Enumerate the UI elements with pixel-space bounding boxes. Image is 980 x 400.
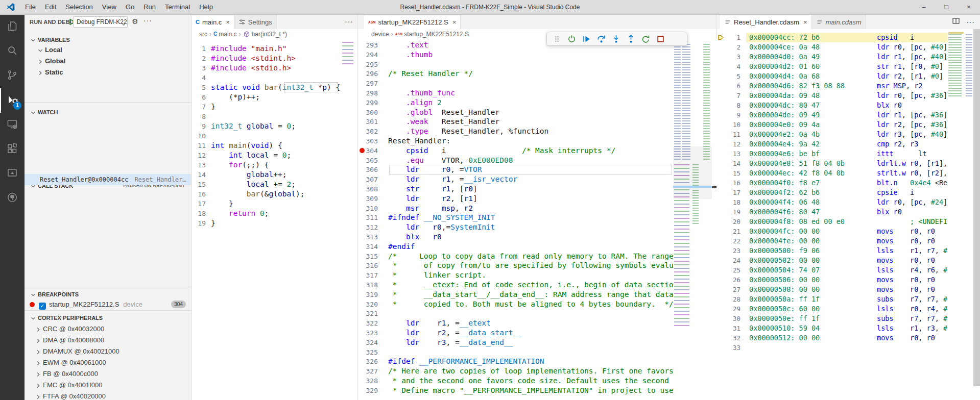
code-line-2[interactable]: 2#include <stdint.h>: [192, 54, 341, 63]
breadcrumb-device[interactable]: device: [371, 31, 389, 38]
code-line-324[interactable]: 324 ldr r3, =__data_end__: [357, 338, 673, 347]
activity-source-control[interactable]: [0, 64, 25, 88]
chevron-down-icon[interactable]: [37, 46, 45, 55]
code-line-318[interactable]: 318 * __etext: End of code section, i.e.…: [357, 280, 673, 290]
startup-minimap[interactable]: [673, 39, 712, 400]
breadcrumb-main-c[interactable]: Cmain.c: [213, 31, 237, 38]
disasm-row-3[interactable]: 30x000004d0: 0a 49ldr r1, [pc, #40]: [716, 52, 947, 62]
main-minimap[interactable]: [341, 39, 355, 400]
chevron-right-icon[interactable]: [35, 326, 43, 334]
section-header-variables[interactable]: VARIABLES: [25, 34, 191, 45]
chevron-down-icon[interactable]: [30, 314, 38, 322]
tab-main.c[interactable]: Cmain.c×: [192, 15, 234, 29]
stack-frame-row[interactable]: Reset_Handler@0x000004ccReset_Handler…: [25, 174, 191, 185]
code-line-3[interactable]: 3#include <stdio.h>: [192, 63, 341, 73]
disasm-row-4[interactable]: 40x000004d2: 01 60str r1, [r0, #0]: [716, 62, 947, 71]
code-line-310[interactable]: 310 msr msp, r2: [357, 204, 673, 213]
menu-view[interactable]: View: [98, 0, 121, 14]
activity-run-and-debug[interactable]: 1: [0, 88, 25, 113]
disasm-row-26[interactable]: 260x00000506: 00 00movs r0, r0: [716, 275, 947, 285]
disasm-row-24[interactable]: 240x00000502: 00 00movs r0, r0: [716, 256, 947, 265]
peripheral-item[interactable]: FB @ 0x4000c000: [25, 368, 191, 380]
disasm-row-31[interactable]: 310x00000510: 59 04lsls r1, r3, #17: [716, 323, 947, 333]
code-line-296[interactable]: 296/* Reset Handler */: [357, 69, 673, 79]
code-line-298[interactable]: 298 .thumb_func: [357, 88, 673, 98]
close-icon[interactable]: ×: [803, 18, 807, 26]
disasm-row-18[interactable]: 180x000004f4: 06 48ldr r0, [pc, #24]: [716, 197, 947, 207]
step-into-button[interactable]: [610, 33, 622, 44]
disasm-row-17[interactable]: 170x000004f2: 62 b6cpsie i: [716, 188, 947, 197]
disasm-editor[interactable]: 10x000004cc: 72 b6cpsid i20x000004ce: 0a…: [716, 29, 947, 400]
disasm-row-14[interactable]: 140x000004e8: 51 f8 04 0bldrlt.w r0, [r1…: [716, 159, 947, 168]
startup-code-editor[interactable]: 293 .text294 .thumb295296/* Reset Handle…: [357, 39, 673, 400]
activity-remote-explorer[interactable]: [0, 113, 25, 137]
code-line-10[interactable]: 10: [192, 131, 341, 141]
disasm-row-12[interactable]: 120x000004e4: 9a 42cmp r2, r3: [716, 139, 947, 149]
activity-extensions[interactable]: [0, 137, 25, 162]
code-line-306[interactable]: 306 ldr r0, =VTOR: [357, 165, 673, 174]
editor-more-icon[interactable]: ···: [966, 18, 975, 26]
disasm-row-1[interactable]: 10x000004cc: 72 b6cpsid i: [716, 33, 947, 42]
disasm-row-16[interactable]: 160x000004f0: f8 e7blt.n 0x4e4 <Reset_Ha…: [716, 178, 947, 188]
code-line-307[interactable]: 307 ldr r1, =__isr_vector: [357, 174, 673, 184]
disasm-row-9[interactable]: 90x000004de: 09 49ldr r1, [pc, #36]: [716, 110, 947, 120]
tab-Reset_Handler.cdasm[interactable]: Reset_Handler.cdasm×: [720, 15, 812, 29]
minimap-viewport[interactable]: [673, 146, 712, 199]
breadcrumb-src[interactable]: src: [199, 31, 207, 38]
disasm-minimap[interactable]: [947, 29, 973, 400]
chevron-down-icon[interactable]: [30, 36, 38, 44]
code-line-322[interactable]: 322 ldr r1, =__etext: [357, 318, 673, 328]
code-line-311[interactable]: 311#ifndef __NO_SYSTEM_INIT: [357, 213, 673, 222]
close-icon[interactable]: ×: [452, 18, 457, 26]
chevron-right-icon[interactable]: [37, 58, 45, 66]
code-line-321[interactable]: 321: [357, 309, 673, 318]
code-line-313[interactable]: 313 blx r0: [357, 232, 673, 242]
code-line-303[interactable]: 303Reset_Handler:: [357, 136, 673, 146]
code-line-8[interactable]: 8: [192, 112, 341, 121]
code-line-294[interactable]: 294 .thumb: [357, 50, 673, 60]
debug-configuration-dropdown[interactable]: Debug FRDM-K22⌄: [73, 16, 128, 28]
close-button[interactable]: ×: [958, 0, 980, 15]
chevron-down-icon[interactable]: [30, 291, 38, 299]
chevron-down-icon[interactable]: [30, 109, 38, 117]
disasm-row-22[interactable]: 220x000004fe: 00 00movs r0, r0: [716, 236, 947, 246]
peripheral-item[interactable]: CRC @ 0x40032000: [25, 323, 191, 335]
section-header-cortex-peripherals[interactable]: CORTEX PERIPHERALS: [25, 312, 191, 323]
activity-peripheral-panel[interactable]: [0, 162, 25, 186]
peripheral-item[interactable]: FTFA @ 0x40020000: [25, 391, 191, 400]
disasm-row-6[interactable]: 60x000004d6: 82 f3 08 88msr MSP, r2: [716, 81, 947, 91]
disasm-row-20[interactable]: 200x000004f8: 08 ed 00 e0 ; <UNDEFINED>: [716, 217, 947, 227]
peripheral-item[interactable]: DMAMUX @ 0x40021000: [25, 346, 191, 357]
disasm-row-25[interactable]: 250x00000504: 74 07lsls r4, r6, #29: [716, 265, 947, 275]
split-editor-icon[interactable]: [952, 17, 960, 27]
code-line-6[interactable]: 6 (*p)++;: [192, 92, 341, 102]
breakpoint-checkbox[interactable]: ✓: [39, 303, 46, 310]
menu-help[interactable]: Help: [195, 0, 218, 14]
menu-terminal[interactable]: Terminal: [160, 0, 195, 14]
disasm-row-32[interactable]: 320x00000512: 00 00movs r0, r0: [716, 333, 947, 343]
code-line-314[interactable]: 314#endif: [357, 242, 673, 252]
breadcrumb-startup-MK22F51212-S[interactable]: ASMstartup_MK22F51212.S: [395, 31, 469, 38]
disasm-row-27[interactable]: 270x00000508: 00 00movs r0, r0: [716, 285, 947, 294]
code-line-312[interactable]: 312 ldr r0,=SystemInit: [357, 222, 673, 232]
code-line-295[interactable]: 295: [357, 60, 673, 69]
main-code-editor[interactable]: 1#include "main.h"2#include <stdint.h>3#…: [192, 39, 341, 400]
peripheral-item[interactable]: FMC @ 0x4001f000: [25, 380, 191, 391]
chevron-right-icon[interactable]: [35, 382, 43, 390]
code-line-327[interactable]: 327/* Here are two copies of loop implem…: [357, 366, 673, 376]
menu-file[interactable]: File: [20, 0, 40, 14]
restart-button[interactable]: [640, 33, 651, 44]
continue-button[interactable]: [581, 33, 592, 44]
code-line-4[interactable]: 4: [192, 73, 341, 83]
chevron-right-icon[interactable]: [35, 370, 43, 379]
disasm-row-2[interactable]: 20x000004ce: 0a 48ldr r0, [pc, #40]: [716, 42, 947, 52]
code-line-304[interactable]: 304 cpsid i /* Mask interrupts */: [357, 146, 673, 156]
code-line-319[interactable]: 319 * __data_start__/__data_end__: RAM a…: [357, 290, 673, 299]
disasm-row-5[interactable]: 50x000004d4: 0a 68ldr r2, [r1, #0]: [716, 71, 947, 81]
disasm-row-33[interactable]: 33: [716, 343, 947, 353]
code-line-326[interactable]: 326#ifdef __PERFORMANCE_IMPLEMENTATION: [357, 357, 673, 366]
disasm-row-15[interactable]: 150x000004ec: 42 f8 04 0bstrlt.w r0, [r2…: [716, 168, 947, 178]
code-line-19[interactable]: 19}: [192, 218, 341, 228]
disasm-row-21[interactable]: 210x000004fc: 00 00movs r0, r0: [716, 227, 947, 236]
peripheral-item[interactable]: EWM @ 0x40061000: [25, 357, 191, 368]
